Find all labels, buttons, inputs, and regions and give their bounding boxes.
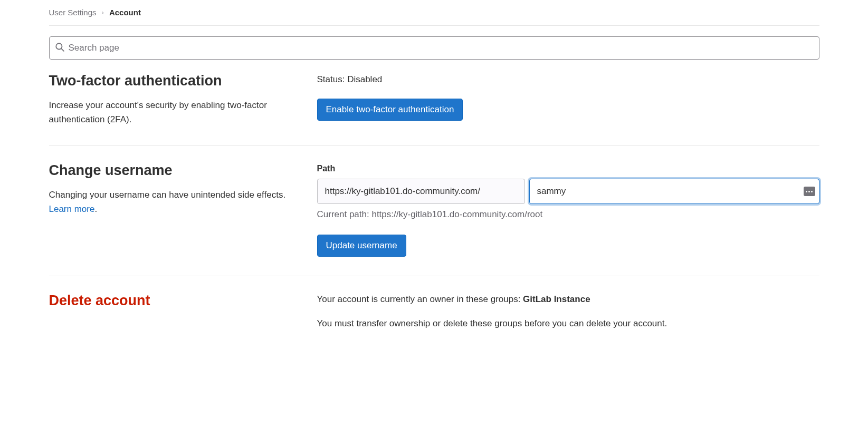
delete-owner-text: Your account is currently an owner in th…: [317, 294, 819, 305]
enable-two-factor-button[interactable]: Enable two-factor authentication: [317, 99, 463, 121]
learn-more-link[interactable]: Learn more: [49, 204, 95, 214]
section-change-username: Change username Changing your username c…: [49, 146, 819, 276]
svg-line-1: [61, 48, 64, 51]
search-icon: [55, 42, 64, 54]
delete-account-title: Delete account: [49, 292, 296, 309]
two-factor-title: Two-factor authentication: [49, 72, 296, 89]
breadcrumb-parent[interactable]: User Settings: [49, 8, 97, 17]
change-username-description: Changing your username can have unintend…: [49, 188, 296, 216]
search-page-box[interactable]: [49, 36, 819, 60]
two-factor-status: Status: Disabled: [317, 74, 819, 85]
two-factor-description: Increase your account's security by enab…: [49, 99, 296, 127]
section-two-factor: Two-factor authentication Increase your …: [49, 60, 819, 146]
change-username-title: Change username: [49, 162, 296, 179]
username-input[interactable]: [529, 179, 819, 204]
chevron-right-icon: ›: [102, 8, 104, 16]
path-prefix: https://ky-gitlab101.do-community.com/: [317, 179, 525, 204]
search-page-input[interactable]: [69, 43, 814, 53]
section-delete-account: Delete account Your account is currently…: [49, 276, 819, 348]
update-username-button[interactable]: Update username: [317, 235, 406, 257]
breadcrumb: User Settings › Account: [49, 8, 819, 25]
password-manager-icon[interactable]: [804, 187, 815, 196]
delete-warning-text: You must transfer ownership or delete th…: [317, 318, 819, 329]
current-path-text: Current path: https://ky-gitlab101.do-co…: [317, 209, 819, 220]
breadcrumb-current: Account: [109, 8, 141, 17]
path-label: Path: [317, 164, 819, 173]
